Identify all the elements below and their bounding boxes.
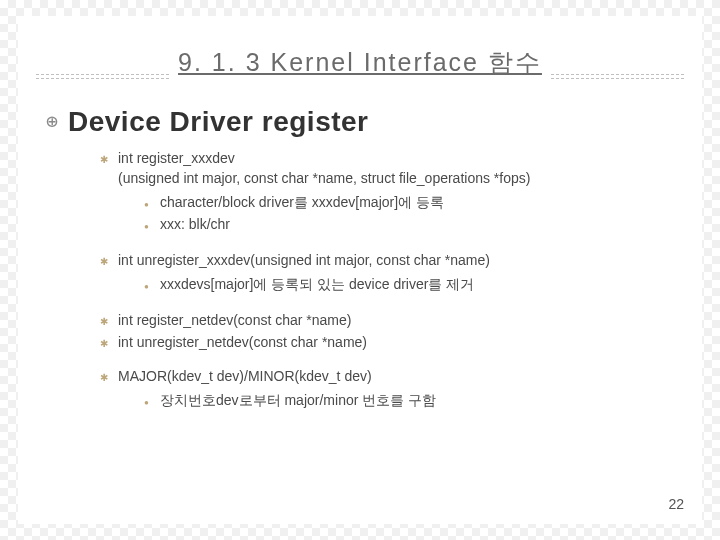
sub-list: character/block driver를 xxxdev[major]에 등… [118,192,662,236]
list-item-line: MAJOR(kdev_t dev)/MINOR(kdev_t dev) [118,368,372,384]
sub-list-item: xxxdevs[major]에 등록되 있는 device driver를 제거 [144,274,662,296]
slide-heading: 9. 1. 3 Kernel Interface 함수 [170,46,550,79]
list-item-line: (unsigned int major, const char *name, s… [118,170,530,186]
sub-list: xxxdevs[major]에 등록되 있는 device driver를 제거 [118,274,662,296]
list-item: MAJOR(kdev_t dev)/MINOR(kdev_t dev) 장치번호… [100,366,662,426]
sub-list: 장치번호dev로부터 major/minor 번호를 구함 [118,390,662,412]
subheading-row: ⊕ Device Driver register [18,96,702,142]
list-item: int register_netdev(const char *name) [100,310,662,332]
slide-subheading: Device Driver register [68,106,369,138]
list-item-line: int register_netdev(const char *name) [118,312,351,328]
sub-list-item: xxx: blk/chr [144,214,662,236]
list-item: int unregister_xxxdev(unsigned int major… [100,250,662,310]
content-list: int register_xxxdev (unsigned int major,… [18,148,702,426]
sub-list-item: character/block driver를 xxxdev[major]에 등… [144,192,662,214]
list-item-line: int register_xxxdev [118,150,235,166]
list-item: int register_xxxdev (unsigned int major,… [100,148,662,250]
slide: 9. 1. 3 Kernel Interface 함수 ⊕ Device Dri… [18,16,702,524]
list-item-line: int unregister_netdev(const char *name) [118,334,367,350]
plus-icon: ⊕ [46,106,68,140]
list-item-line: int unregister_xxxdev(unsigned int major… [118,252,490,268]
page-number: 22 [668,496,684,512]
sub-list-item: 장치번호dev로부터 major/minor 번호를 구함 [144,390,662,412]
list-item: int unregister_netdev(const char *name) [100,332,662,366]
heading-row: 9. 1. 3 Kernel Interface 함수 [18,16,702,96]
